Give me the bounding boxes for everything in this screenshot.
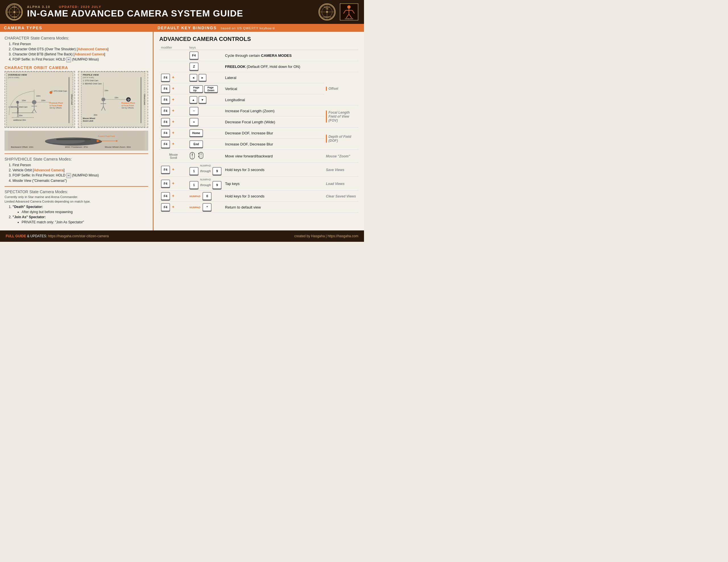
spectator-note1: Currently only in Star marine and Arena … <box>5 195 148 199</box>
keys-cell: NUMPAD 1 through 9 <box>188 177 223 191</box>
plus-sign: + <box>172 130 174 135</box>
desc-cell: Longitudinal <box>223 94 324 105</box>
star-citizen-logo: STAR CITIZEN <box>6 3 23 20</box>
desc-cell: Increase DOF, Decrease Blur <box>223 139 324 150</box>
list-item: Missile View ("Cinematic Cameras") <box>13 178 148 183</box>
modifier-cell: F4 + <box>159 163 188 177</box>
spectator-state-title: SPECTATOR State Camera Modes: <box>5 190 148 194</box>
f4-modifier-key: F4 <box>161 192 170 200</box>
header-title: IN-GAME ADVANCED CAMERA SYSTEM GUIDE <box>27 9 243 18</box>
modifier-cell: F4 + <box>159 191 188 202</box>
modifier-cell: F4 + <box>159 117 188 128</box>
ship-state-title: SHIP/VEHICLE State Camera Modes: <box>5 157 148 161</box>
ship-state-section: SHIP/VEHICLE State Camera Modes: First P… <box>5 154 148 184</box>
svg-text:HASGAHA: HASGAHA <box>345 18 353 20</box>
keys-cell: ▲ ▼ <box>188 94 223 105</box>
svg-text:Focal & Pivot Point: Focal & Pivot Point <box>98 135 115 137</box>
svg-text:OVERHEAD VIEW: OVERHEAD VIEW <box>8 73 27 76</box>
clear-saved-label: Clear Saved Views <box>326 194 356 198</box>
modifier-cell: F4 + <box>159 128 188 139</box>
plus-sign: + <box>172 97 174 102</box>
camera-types-bar: CAMERA TYPES <box>0 24 154 32</box>
svg-text:Offset Limit: Offset Limit <box>71 94 73 105</box>
table-row: F4 + NUMPAD 1 through 9 <box>159 163 358 177</box>
keys-cell: NUMPAD * <box>188 202 223 213</box>
modifier-cell: F4 + <box>159 83 188 94</box>
svg-text:& Focal Point: & Focal Point <box>121 104 134 106</box>
numpad-9-key: 9 <box>212 181 222 189</box>
community-badge: MADE BY THE COMMUNITY <box>319 3 336 20</box>
plus-sign: + <box>172 181 174 186</box>
group-cell <box>324 50 358 61</box>
svg-text:additional 30m: additional 30m <box>13 119 26 121</box>
table-row: F4 Cycle through certain CAMERA MODES <box>159 50 358 61</box>
pageup-key: PageUp <box>189 85 203 93</box>
f4-modifier-key: F4 <box>161 203 170 211</box>
group-cell <box>324 61 358 72</box>
spectator-modes-list: "Death" Spectator: After dying but befor… <box>13 204 148 225</box>
home-key: Home <box>189 129 203 137</box>
binding-description: Decrease DOF, Increase Blur <box>225 131 273 135</box>
key-bindings-bar: DEFAULT KEY BINDINGS based on US QWERTY … <box>154 24 364 32</box>
spectator-title-bold: SPECTATOR <box>5 190 28 194</box>
svg-text:10m: 10m <box>41 99 45 101</box>
binding-description: FREELOOK (Default OFF, Hold down for ON) <box>225 65 300 69</box>
svg-text:1: OTS Orbit Cam: 1: OTS Orbit Cam <box>82 80 98 82</box>
header: STAR CITIZEN ALPHA 3.10 UPDATED: 2020 JU… <box>0 0 364 24</box>
orbit-diagram: Offset Limit 10m 10m 10m <box>5 71 148 128</box>
pagedown-key: PageDown <box>204 85 218 93</box>
f4-modifier-key: F4 <box>161 129 170 137</box>
f4-modifier-key: F4 <box>161 96 170 104</box>
f4-modifier-key: F4 <box>161 85 170 93</box>
ship-modes-list: First Person Vehicle Orbit [Advanced Cam… <box>13 163 148 184</box>
hasgaha-badge: HASGAHA <box>340 3 358 20</box>
numpad-label-save: NUMPAD <box>189 164 222 167</box>
f4-modifier-key: F4 <box>161 74 170 82</box>
list-item: Character Orbit OTS (Over The Shoulder) … <box>13 47 148 52</box>
modifier-cell: F4 + <box>159 94 188 105</box>
table-row: Z FREELOOK (Default OFF, Hold down for O… <box>159 61 358 72</box>
binding-description: Longitudinal <box>225 98 245 102</box>
desc-cell: Move view forward/backward <box>223 150 324 163</box>
keys-cell: Z <box>188 61 223 72</box>
left-panel: CHARACTER State Camera Modes: First Pers… <box>0 32 154 231</box>
svg-text:10m: 10m <box>36 95 40 97</box>
binding-description: Tap keys <box>225 182 239 186</box>
divider <box>5 154 148 154</box>
svg-text:CITIZEN: CITIZEN <box>11 16 17 18</box>
binding-description: Cycle through certain CAMERA MODES <box>225 53 291 58</box>
footer-guide-label: FULL GUIDE <box>6 234 26 238</box>
svg-text:2: BEHIND Orbit Cam: 2: BEHIND Orbit Cam <box>82 83 102 85</box>
section-bars: CAMERA TYPES DEFAULT KEY BINDINGS based … <box>0 24 364 32</box>
binding-description: Vertical <box>225 87 237 91</box>
table-row: F4 + NUMPAD * Return to default view <box>159 202 358 213</box>
svg-text:10m: 10m <box>114 97 118 99</box>
svg-text:Set by Offsets: Set by Offsets <box>49 107 62 109</box>
svg-text:Freelook Pivot: Freelook Pivot <box>121 102 135 104</box>
svg-text:Offset Limit: Offset Limit <box>143 94 145 105</box>
svg-text:▼: ▼ <box>198 156 200 158</box>
footer-and-label: & UPDATES: <box>27 234 47 238</box>
desc-cell: FREELOOK (Default OFF, Hold down for ON) <box>223 61 324 72</box>
group-cell: Clear Saved Views <box>324 191 358 202</box>
mouse-zoom-label: Mouse "Zoom" <box>326 154 350 158</box>
overhead-view-box: Offset Limit 10m 10m 10m <box>5 71 75 128</box>
overhead-diagram-svg: Offset Limit 10m 10m 10m <box>5 72 75 127</box>
plus-sign: + <box>172 167 174 172</box>
character-title-bold: CHARACTER <box>5 36 29 40</box>
numpad-keys-row: 1 through 9 <box>189 181 222 189</box>
desc-cell: Lateral <box>223 72 324 83</box>
numpad-keys-row: 1 through 9 <box>189 167 222 175</box>
f4-key: F4 <box>189 51 198 59</box>
binding-description: Increase Focal Length (Zoom) <box>225 109 274 113</box>
mouse-scroll-modifier: Mouse Scroll <box>161 153 186 159</box>
numpad-0-key: 0 <box>202 192 212 200</box>
up-arrow-key: ▲ <box>189 96 197 103</box>
list-item: Vehicle Orbit [Advanced Camera] <box>13 168 148 173</box>
profile-view-box: Offset Limit PROFILE VIEW (not to scale)… <box>78 71 148 128</box>
f4-modifier-key: F4 <box>161 180 170 188</box>
acc-title: ADVANCED CAMERA CONTROLS <box>159 36 358 42</box>
down-arrow-key: ▼ <box>198 96 206 103</box>
mouse-scroll-icon: ▲ ▼ <box>189 151 204 160</box>
modifier-cell: F4 + <box>159 105 188 117</box>
